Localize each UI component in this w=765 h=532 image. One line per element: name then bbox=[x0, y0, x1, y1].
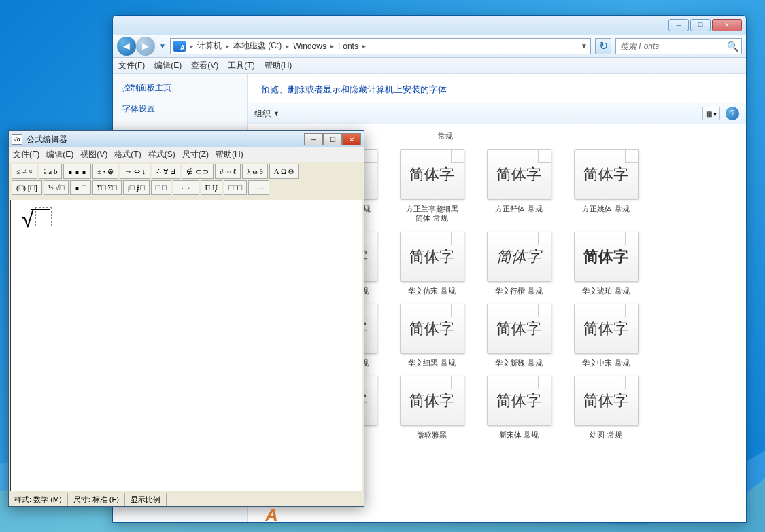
explorer-menubar: 文件(F) 编辑(E) 查看(V) 工具(T) 帮助(H) bbox=[113, 58, 746, 74]
menu-edit[interactable]: 编辑(E) bbox=[154, 60, 182, 71]
formula-tool-button[interactable]: ∫□ ∮□ bbox=[123, 180, 150, 195]
window-title: 公式编辑器 bbox=[27, 134, 67, 145]
font-item[interactable]: 简体字华文琥珀 常规 bbox=[570, 232, 642, 296]
minimize-button[interactable]: ─ bbox=[304, 133, 323, 145]
font-item[interactable]: 简体字华文新魏 常规 bbox=[483, 304, 555, 368]
maximize-button[interactable]: ☐ bbox=[323, 133, 342, 145]
minimize-button[interactable]: ─ bbox=[668, 19, 689, 31]
font-item[interactable]: 简体字方正舒体 常规 bbox=[483, 149, 555, 224]
formula-menubar: 文件(F) 编辑(E) 视图(V) 格式(T) 样式(S) 尺寸(Z) 帮助(H… bbox=[9, 147, 364, 162]
formula-tool-button[interactable]: □□□ bbox=[224, 180, 247, 195]
font-item[interactable]: 简体字华文中宋 常规 bbox=[570, 304, 642, 368]
content-title: 预览、删除或者显示和隐藏计算机上安装的字体 bbox=[248, 74, 746, 103]
search-bar[interactable]: 🔍 bbox=[615, 38, 742, 54]
search-input[interactable] bbox=[620, 41, 723, 51]
formula-tool-button[interactable]: ä a b bbox=[39, 164, 63, 179]
font-preview: 简体字 bbox=[400, 304, 464, 354]
formula-tool-button[interactable]: Λ Ω Θ bbox=[269, 164, 299, 179]
font-label: 方正舒体 常规 bbox=[495, 204, 542, 213]
close-button[interactable]: ✕ bbox=[712, 19, 742, 31]
address-bar[interactable]: ▸ 计算机 ▸ 本地磁盘 (C:) ▸ Windows ▸ Fonts ▸ ▼ bbox=[170, 38, 591, 54]
search-icon[interactable]: 🔍 bbox=[727, 41, 738, 52]
font-item[interactable]: 简体字幼圆 常规 bbox=[570, 376, 642, 440]
status-size: 尺寸: 标准 (F) bbox=[68, 493, 125, 506]
menu-format[interactable]: 格式(T) bbox=[114, 149, 141, 160]
font-preview: 简体字 bbox=[487, 304, 551, 354]
formula-tool-button[interactable]: □ □ bbox=[151, 180, 171, 195]
font-item[interactable]: 简体字方正姚体 常规 bbox=[570, 149, 642, 224]
font-preview: 简体字 bbox=[487, 232, 551, 282]
menu-view[interactable]: 视图(V) bbox=[80, 149, 107, 160]
font-item[interactable]: 简体字新宋体 常规 bbox=[483, 376, 555, 440]
refresh-button[interactable]: ↻ bbox=[595, 38, 611, 54]
font-label: 新宋体 常规 bbox=[499, 430, 539, 440]
sidebar-link-control-panel[interactable]: 控制面板主页 bbox=[122, 82, 237, 94]
address-dropdown-icon[interactable]: ▼ bbox=[581, 42, 588, 50]
formula-tool-button[interactable]: (□) [□] bbox=[12, 180, 42, 195]
font-label: 华文细黑 常规 bbox=[408, 358, 455, 368]
explorer-titlebar[interactable]: ─ ☐ ✕ bbox=[113, 16, 746, 35]
formula-tool-button[interactable]: ∂ ∞ ℓ bbox=[215, 164, 241, 179]
font-label: 微软雅黑 bbox=[417, 430, 447, 440]
svg-text:A: A bbox=[265, 505, 278, 525]
organize-button[interactable]: 组织 ▼ bbox=[254, 108, 279, 120]
formula-tool-button[interactable]: → ⇔ ↓ bbox=[120, 164, 150, 179]
menu-help[interactable]: 帮助(H) bbox=[265, 60, 292, 71]
font-item[interactable]: 简体字微软雅黑 bbox=[396, 376, 468, 440]
breadcrumb[interactable]: 本地磁盘 (C:) bbox=[233, 40, 282, 52]
font-preview: 简体字 bbox=[574, 304, 639, 354]
content-toolbar: 组织 ▼ ▦ ▾ ? bbox=[248, 103, 746, 124]
chevron-right-icon: ▸ bbox=[190, 42, 193, 50]
menu-tools[interactable]: 工具(T) bbox=[228, 60, 254, 71]
font-item[interactable]: 简体字华文行楷 常规 bbox=[483, 232, 555, 296]
formula-titlebar[interactable]: √α 公式编辑器 ─ ☐ ✕ bbox=[9, 131, 364, 147]
taskbar-font-icon[interactable]: A bbox=[262, 503, 284, 525]
formula-tool-button[interactable]: λ ω θ bbox=[242, 164, 267, 179]
formula-tool-button[interactable]: → ← bbox=[173, 180, 199, 195]
formula-tool-button[interactable]: ± • ⊗ bbox=[92, 164, 118, 179]
font-preview: 简体字 bbox=[574, 149, 639, 200]
formula-tool-button[interactable]: Π Ų bbox=[201, 180, 223, 195]
font-label: 华文行楷 常规 bbox=[495, 286, 542, 296]
back-button[interactable]: ◄ bbox=[117, 37, 136, 56]
font-preview: 简体字 bbox=[487, 149, 551, 200]
formula-canvas[interactable]: √ bbox=[10, 200, 362, 491]
close-button[interactable]: ✕ bbox=[342, 133, 361, 145]
chevron-right-icon: ▸ bbox=[226, 42, 229, 50]
help-icon[interactable]: ? bbox=[726, 107, 739, 120]
maximize-button[interactable]: ☐ bbox=[690, 19, 711, 31]
chevron-right-icon: ▸ bbox=[286, 42, 289, 50]
formula-editor-window: √α 公式编辑器 ─ ☐ ✕ 文件(F) 编辑(E) 视图(V) 格式(T) 样… bbox=[8, 130, 364, 507]
view-mode-button[interactable]: ▦ ▾ bbox=[702, 107, 720, 120]
explorer-navbar: ◄ ► ▼ ▸ 计算机 ▸ 本地磁盘 (C:) ▸ Windows ▸ Font… bbox=[113, 35, 746, 58]
menu-file[interactable]: 文件(F) bbox=[118, 60, 145, 71]
status-bar: 样式: 数学 (M) 尺寸: 标准 (F) 显示比例 bbox=[9, 493, 364, 506]
breadcrumb[interactable]: Fonts bbox=[338, 41, 358, 51]
formula-tool-button[interactable]: ······ bbox=[248, 180, 269, 195]
menu-help[interactable]: 帮助(H) bbox=[216, 149, 243, 160]
formula-tool-button[interactable]: ∉ ⊂ ⊃ bbox=[182, 164, 214, 179]
breadcrumb[interactable]: Windows bbox=[293, 41, 326, 51]
chevron-right-icon: ▸ bbox=[330, 42, 334, 50]
font-item[interactable]: 简体字华文仿宋 常规 bbox=[396, 232, 468, 296]
menu-style[interactable]: 样式(S) bbox=[148, 149, 175, 160]
font-preview: 简体字 bbox=[400, 232, 464, 282]
formula-tool-button[interactable]: ∴ ∀ ∃ bbox=[152, 164, 180, 179]
breadcrumb[interactable]: 计算机 bbox=[197, 40, 222, 52]
formula-tool-button[interactable]: ∎ ∎ ∎ bbox=[63, 164, 91, 179]
forward-button[interactable]: ► bbox=[136, 37, 155, 56]
menu-view[interactable]: 查看(V) bbox=[191, 60, 218, 71]
font-item[interactable]: 简体字方正兰亭超细黑 简体 常规 bbox=[396, 149, 468, 224]
history-dropdown-icon[interactable]: ▼ bbox=[159, 42, 166, 50]
formula-tool-button[interactable]: Σ□ Σ□ bbox=[92, 180, 122, 195]
formula-tool-button[interactable]: ½ √□ bbox=[44, 180, 69, 195]
font-label: 方正兰亭超细黑 简体 常规 bbox=[406, 204, 458, 224]
sidebar-link-font-settings[interactable]: 字体设置 bbox=[122, 103, 237, 115]
chevron-right-icon: ▸ bbox=[362, 42, 366, 50]
formula-tool-button[interactable]: ∎ □ bbox=[70, 180, 90, 195]
menu-file[interactable]: 文件(F) bbox=[13, 149, 39, 160]
font-item[interactable]: 简体字华文细黑 常规 bbox=[396, 304, 468, 368]
formula-tool-button[interactable]: ≤ ≠ ≈ bbox=[12, 164, 37, 179]
menu-size[interactable]: 尺寸(Z) bbox=[182, 149, 209, 160]
menu-edit[interactable]: 编辑(E) bbox=[46, 149, 73, 160]
